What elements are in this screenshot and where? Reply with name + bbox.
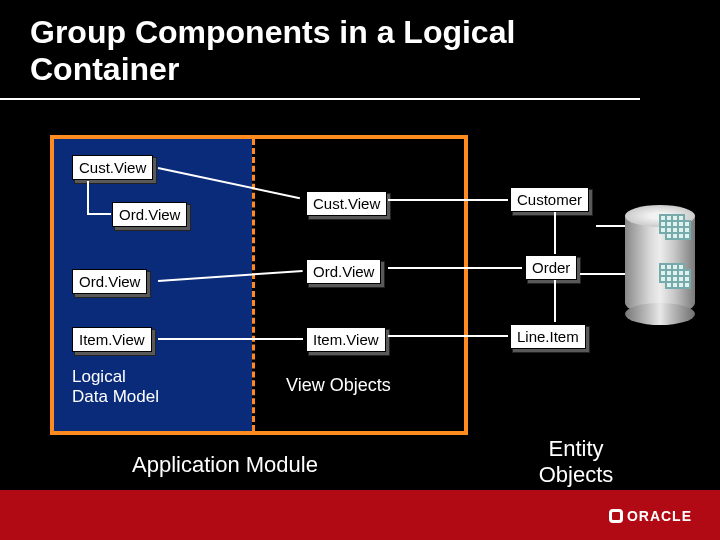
footer-bar: ORACLE	[0, 490, 720, 540]
box-order-entity: Order	[525, 255, 577, 280]
application-module-container: Cust.View Ord.View Ord.View Item.View Lo…	[50, 135, 468, 435]
box-item-view-ldm: Item.View	[72, 327, 152, 352]
box-lineitem-entity: Line.Item	[510, 324, 586, 349]
label-view-objects: View Objects	[286, 375, 391, 396]
box-ord-view-ldm-child: Ord.View	[112, 202, 187, 227]
box-ord-view-ldm: Ord.View	[72, 269, 147, 294]
box-ord-view-vo: Ord.View	[306, 259, 381, 284]
table-icon	[659, 263, 685, 283]
table-icon	[659, 214, 685, 234]
label-application-module: Application Module	[132, 452, 318, 478]
diagram-stage: ] ] Cust.View Ord.View Ord.View Item.Vie…	[0, 110, 720, 540]
label-entity-objects: Entity Objects	[516, 436, 636, 488]
bracket-icon: ]	[704, 210, 713, 241]
bracket-icon: ]	[704, 259, 713, 290]
box-cust-view-ldm: Cust.View	[72, 155, 153, 180]
oracle-logo-text: ORACLE	[627, 508, 692, 524]
box-item-view-vo: Item.View	[306, 327, 386, 352]
box-customer-entity: Customer	[510, 187, 589, 212]
dashed-divider	[252, 139, 255, 431]
label-logical-data-model: Logical Data Model	[72, 367, 159, 407]
box-cust-view-vo: Cust.View	[306, 191, 387, 216]
oracle-logo-icon	[609, 509, 623, 523]
slide-title: Group Components in a Logical Container	[0, 0, 640, 100]
oracle-logo: ORACLE	[609, 508, 692, 524]
